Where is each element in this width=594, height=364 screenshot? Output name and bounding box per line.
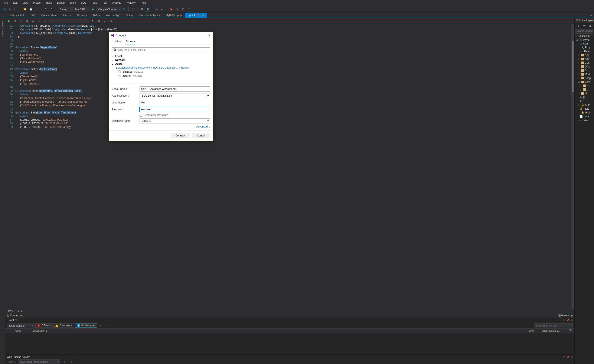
tab-browse[interactable]: Browse xyxy=(125,39,135,45)
tool-icon[interactable]: ⊗ xyxy=(62,359,67,364)
redo-icon[interactable]: ↷ xyxy=(49,7,54,12)
tab-mybidscript[interactable]: MyBidScript.js xyxy=(163,13,185,18)
solution-tree[interactable]: ◆Solution 'H ◢⬛HW8 ☁Con ▷🔧Prop ▷▭Refe ▷A… xyxy=(575,34,594,364)
remember-password-checkbox[interactable] xyxy=(140,114,142,117)
new-item-icon[interactable]: ✦ xyxy=(16,7,21,12)
tab-overflow[interactable]: ‹‹ ▾ xyxy=(587,13,594,18)
stop-icon[interactable]: ■ xyxy=(13,19,17,23)
code-editor[interactable]: 3132333435363738394041424344454647484950… xyxy=(5,24,574,309)
db-dropdown[interactable] xyxy=(49,19,89,23)
zoom-level[interactable]: 99 % xyxy=(7,310,13,312)
tab-web-config[interactable]: Web.config* xyxy=(103,13,122,18)
menu-project[interactable]: Project xyxy=(31,0,43,5)
home-icon[interactable]: ⌂ xyxy=(576,23,580,28)
server-explorer-tab[interactable]: Server Explorer xyxy=(1,19,4,38)
tab-up-sql[interactable]: up.sql 📌 ✕ xyxy=(185,13,207,18)
errors-filter[interactable]: ✕ 0 Errors xyxy=(35,323,53,328)
nav-icon[interactable]: ▶ xyxy=(21,310,23,312)
tool-icon[interactable]: ⬚ xyxy=(130,7,135,12)
database-name-dropdown[interactable]: Bid2018 xyxy=(140,118,210,124)
tree-azure[interactable]: ◢Azure xyxy=(112,62,210,66)
menu-help[interactable]: Help xyxy=(138,0,148,5)
bookmark-icon[interactable]: 🔖 xyxy=(169,7,174,12)
dropdown-icon[interactable]: ▼ xyxy=(563,319,565,322)
tool-icon[interactable]: ◪ xyxy=(175,7,180,12)
tab-buyer-cs[interactable]: Buyer.cs xyxy=(74,13,90,18)
messages-filter[interactable]: i 0 Messages xyxy=(75,323,97,328)
cancel-button[interactable]: Cancel xyxy=(192,133,210,138)
db-row-bid2018[interactable]: Bid2018 bid2018 xyxy=(112,70,210,74)
tool-icon[interactable]: ◫ xyxy=(186,7,192,12)
tool-icon[interactable]: ◫ xyxy=(108,19,113,23)
save-all-icon[interactable]: ⸬ xyxy=(34,7,40,12)
tab-create-cshtml[interactable]: Create.cshtml xyxy=(38,13,60,18)
menu-team[interactable]: Team xyxy=(68,0,78,5)
tool-icon[interactable]: ⊙ xyxy=(69,359,74,364)
db-row-master[interactable]: master bid2018 xyxy=(112,74,210,78)
publish-profile-dropdown[interactable]: BidAuction - Web Deploy xyxy=(18,359,60,364)
open-folder-icon[interactable]: 📂 xyxy=(22,7,27,12)
tab-items-controller[interactable]: ItemsController.cs xyxy=(136,13,163,18)
tool-icon[interactable]: ⤴ xyxy=(102,19,107,23)
vertical-scrollbar[interactable] xyxy=(571,24,574,309)
menu-build[interactable]: Build xyxy=(44,0,54,5)
pin-icon[interactable]: 📌 xyxy=(567,356,569,358)
new-sql-db-link[interactable]: New SQL Database... xyxy=(153,66,178,69)
close-icon[interactable]: ✕ xyxy=(202,14,204,17)
col-description[interactable]: Description ▴ xyxy=(32,329,525,332)
menu-file[interactable]: File xyxy=(2,0,10,5)
nav-fwd-icon[interactable]: ▶ xyxy=(8,7,13,12)
tool-icon[interactable]: ⊠ xyxy=(98,323,103,328)
tree-local[interactable]: ▷Local xyxy=(112,54,210,58)
tab-index-cshtml[interactable]: Index.cshtml xyxy=(7,13,27,18)
nav-back-icon[interactable]: ◀ xyxy=(2,7,7,12)
tool-icon[interactable]: ⊞ xyxy=(96,19,101,23)
platform-dropdown[interactable]: Any CPU xyxy=(72,7,89,12)
indent-icon[interactable]: ⇥ xyxy=(154,7,159,12)
pin-icon[interactable]: 📌 xyxy=(197,14,200,17)
password-input[interactable] xyxy=(140,107,210,112)
close-icon[interactable]: ✕ xyxy=(571,356,573,358)
launch-target-dropdown[interactable]: Google Chrome xyxy=(96,7,121,12)
tool-icon[interactable]: ◩ xyxy=(181,7,186,12)
tool-icon[interactable]: ⊡ xyxy=(43,19,47,23)
col-line[interactable]: Line xyxy=(529,329,537,332)
advanced-link[interactable]: Advanced... xyxy=(196,125,210,128)
close-icon[interactable]: ✕ xyxy=(571,319,573,322)
tool-icon[interactable]: ⊞ xyxy=(139,7,144,12)
menu-sql[interactable]: SQL xyxy=(79,0,88,5)
error-search-input[interactable] xyxy=(534,323,573,328)
execute-icon[interactable]: ▶ xyxy=(7,19,12,23)
scope-dropdown[interactable]: Entire Solution xyxy=(7,323,34,328)
tab-item-cs[interactable]: Item.cs xyxy=(60,13,74,18)
warnings-filter[interactable]: 0 Warnings xyxy=(54,323,74,328)
solution-search-input[interactable]: Search Solution xyxy=(575,29,593,34)
save-icon[interactable]: 💾 xyxy=(28,7,34,12)
filter-input[interactable] xyxy=(118,48,208,51)
menu-edit[interactable]: Edit xyxy=(11,0,20,5)
authentication-dropdown[interactable]: SQL Server Authentication xyxy=(140,93,210,98)
menu-debug[interactable]: Debug xyxy=(55,0,67,5)
menu-analyze[interactable]: Analyze xyxy=(110,0,124,5)
server-name-input[interactable] xyxy=(140,86,210,92)
tool-icon[interactable]: ✦ xyxy=(90,19,95,23)
tab-output[interactable]: Output xyxy=(123,13,136,18)
undo-icon[interactable]: ↶ xyxy=(43,7,48,12)
grid-icon[interactable]: ⊞ xyxy=(571,314,573,317)
pin-icon[interactable]: 📌 xyxy=(567,319,569,322)
tool-icon[interactable]: ⊞ xyxy=(588,23,593,28)
user-name-input[interactable] xyxy=(140,100,210,105)
close-icon[interactable]: ✕ xyxy=(208,34,211,37)
refresh-link[interactable]: Refresh xyxy=(181,66,190,69)
scrollbar-thumb[interactable] xyxy=(572,41,574,92)
code-lines[interactable]: Constraint [PK_dbo.Bids] Primary Key Clu… xyxy=(18,24,571,309)
start-debug-icon[interactable]: ▶ xyxy=(90,7,95,12)
config-dropdown[interactable]: Debug xyxy=(58,7,72,12)
dropdown-icon[interactable]: ▼ xyxy=(563,356,565,358)
filter-search-box[interactable] xyxy=(112,47,210,52)
check-icon[interactable]: ✔ xyxy=(19,19,23,23)
refresh-icon[interactable]: ⟳ xyxy=(122,7,127,12)
outdent-icon[interactable]: ⇤ xyxy=(160,7,165,12)
connect-button[interactable]: Connect xyxy=(171,133,190,138)
refresh-icon[interactable]: ⟳ xyxy=(582,23,587,28)
